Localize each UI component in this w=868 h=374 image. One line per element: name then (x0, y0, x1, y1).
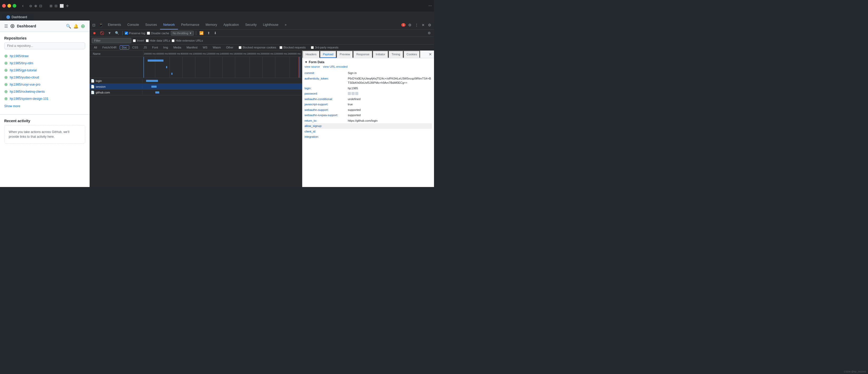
cursor-icon[interactable]: ✛ (66, 4, 69, 8)
download-icon[interactable]: ⬇ (213, 31, 218, 36)
tab-elements[interactable]: Elements (105, 21, 124, 30)
list-item[interactable]: ⊕ hjc1985/yudao-cloud (4, 74, 85, 81)
tab-payload[interactable]: Payload (320, 50, 337, 58)
notifications-button[interactable]: 🔔 (73, 23, 79, 29)
list-item[interactable]: ⊕ hjc1985/rocketmq-clients (4, 88, 85, 95)
tab-initiator[interactable]: Initiator (373, 50, 389, 58)
list-item[interactable]: ⊕ hjc1985/gpt-tutorial (4, 67, 85, 74)
view-url-encoded-link[interactable]: view URL-encoded (323, 65, 347, 68)
tab-performance[interactable]: Performance (178, 21, 203, 30)
show-more-button[interactable]: Show more (4, 102, 20, 110)
disable-cache-checkbox[interactable]: Disable cache (147, 32, 169, 35)
form-field-commit: commit: Sign in (305, 70, 432, 76)
tab-cookies[interactable]: Cookies (403, 50, 420, 58)
minimize-button[interactable] (7, 4, 11, 8)
third-party-checkbox[interactable]: 3rd-party requests (311, 46, 338, 49)
tab-security[interactable]: Security (242, 21, 260, 30)
tab-sources[interactable]: Sources (142, 21, 160, 30)
back-button[interactable]: ‹ (21, 3, 25, 9)
filter-js-button[interactable]: JS (141, 45, 149, 49)
clear-button[interactable]: 🚫 (99, 31, 105, 36)
search-button[interactable]: 🔍 (66, 23, 71, 29)
hamburger-button[interactable]: ☰ (4, 24, 8, 29)
tab-response[interactable]: Response (353, 50, 373, 58)
hide-data-urls-input[interactable] (146, 39, 149, 42)
wifi-icon[interactable]: 📶 (198, 31, 205, 36)
grid-icon[interactable]: ⊞ (50, 4, 53, 8)
network-row-github[interactable]: 📄 github.com (90, 90, 302, 95)
filter-toggle-button[interactable]: ▼ (107, 31, 112, 36)
devtools-settings-btn[interactable]: ⚙ (427, 31, 432, 36)
tab-network[interactable]: Network (160, 21, 178, 30)
tab-timing[interactable]: Timing (389, 50, 403, 58)
fit-icon[interactable]: ⊡ (39, 4, 42, 8)
devtools-gear-icon[interactable]: ⚙ (426, 22, 433, 28)
detail-close-button[interactable]: ✕ (427, 50, 434, 58)
tab-application[interactable]: Application (220, 21, 242, 30)
devtools-settings-icon[interactable]: ⚙ (407, 22, 413, 28)
devtools-close-icon[interactable]: ✕ (420, 22, 426, 28)
repository-search-input[interactable] (4, 42, 85, 49)
preserve-log-checkbox[interactable]: Preserve log (125, 32, 145, 35)
preserve-log-input[interactable] (125, 32, 128, 35)
invert-input[interactable] (133, 39, 136, 42)
close-button[interactable] (2, 4, 6, 8)
network-row-session[interactable]: 📄 session (90, 84, 302, 90)
blocked-cookies-checkbox[interactable]: Blocked response cookies (239, 46, 276, 49)
record-button[interactable]: ⏺ (92, 31, 97, 36)
filter-doc-button[interactable]: Doc (120, 45, 129, 49)
devtools-inspect-icon[interactable]: ⊡ (91, 22, 97, 28)
list-item[interactable]: ⊕ hjc1985/tiny-rdm (4, 60, 85, 67)
list-item[interactable]: ⊕ hjc1985/draw (4, 53, 85, 60)
blocked-requests-checkbox[interactable]: Blocked requests (279, 46, 306, 49)
zoom-in-icon[interactable]: ⊕ (34, 4, 37, 8)
filter-fetch-xhr-button[interactable]: Fetch/XHR (100, 45, 119, 49)
hide-extension-urls-checkbox[interactable]: Hide extension URLs (172, 39, 203, 42)
disable-cache-input[interactable] (147, 32, 150, 35)
field-key-client-id: client_id: (305, 129, 347, 134)
browser-more-button[interactable]: ··· (429, 3, 432, 8)
list-item[interactable]: ⊕ hjc1985/system-design-101 (4, 95, 85, 102)
github-nav-icon[interactable]: ⊕ (81, 23, 85, 29)
filter-media-button[interactable]: Media (171, 45, 183, 49)
form-data-title: ▼ Form Data (305, 60, 432, 64)
filter-ws-button[interactable]: WS (200, 45, 210, 49)
maximize-button[interactable] (13, 4, 17, 8)
filter-other-button[interactable]: Other (224, 45, 236, 49)
devtools-more-icon[interactable]: ⋮ (413, 22, 420, 28)
filter-wasm-button[interactable]: Wasm (211, 45, 223, 49)
crop-icon[interactable]: ⊟ (55, 4, 58, 8)
upload-icon[interactable]: ⬆ (206, 31, 211, 36)
tab-more[interactable]: » (282, 21, 290, 30)
filter-css-button[interactable]: CSS (130, 45, 141, 49)
filter-all-button[interactable]: All (92, 45, 99, 49)
devtools-device-icon[interactable]: 📱 (97, 22, 105, 28)
filter-input[interactable] (92, 38, 131, 43)
third-party-input[interactable] (311, 46, 314, 49)
invert-checkbox[interactable]: Invert (133, 39, 144, 42)
filter-manifest-button[interactable]: Manifest (184, 45, 199, 49)
blocked-cookies-input[interactable] (239, 46, 242, 49)
network-row-login[interactable]: 📄 login (90, 78, 302, 84)
waterfall-bar-1 (146, 80, 158, 82)
tab-lighthouse[interactable]: Lighthouse (260, 21, 282, 30)
window-icon[interactable]: ⬜ (60, 4, 64, 8)
active-tab[interactable]: Dashboard (2, 14, 34, 21)
hide-extension-input[interactable] (172, 39, 175, 42)
repo-name: hjc1985/draw (10, 54, 29, 58)
view-source-link[interactable]: view source (305, 65, 320, 68)
blocked-requests-input[interactable] (279, 46, 282, 49)
throttle-dropdown[interactable]: No throttling ▼ (171, 31, 194, 36)
search-network-button[interactable]: 🔍 (114, 31, 120, 36)
hide-data-urls-checkbox[interactable]: Hide data URLs (146, 39, 170, 42)
zoom-out-icon[interactable]: ⊖ (29, 4, 32, 8)
tab-memory[interactable]: Memory (203, 21, 220, 30)
tab-console[interactable]: Console (124, 21, 142, 30)
tab-preview[interactable]: Preview (336, 50, 353, 58)
tick-11: 2200000 ms (274, 53, 287, 55)
github-topbar: ☰ ⊛ Dashboard 🔍 🔔 ⊕ (0, 21, 89, 32)
list-item[interactable]: ⊕ hjc1985/ruoyi-vue-pro (4, 81, 85, 88)
filter-img-button[interactable]: Img (161, 45, 170, 49)
filter-font-button[interactable]: Font (150, 45, 160, 49)
tab-headers[interactable]: Headers (303, 50, 320, 58)
